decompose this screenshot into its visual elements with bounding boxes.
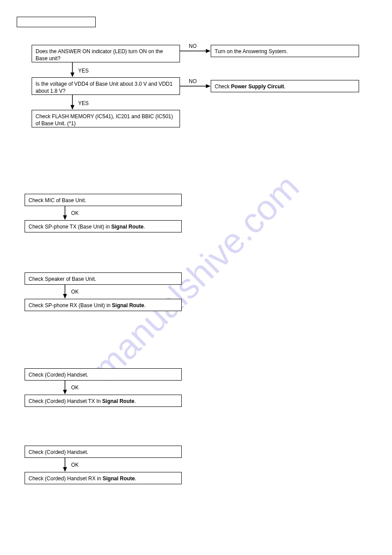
flow5-b-c: . — [135, 475, 136, 482]
flow3-ok-label: OK — [71, 289, 79, 295]
flow2-b-b: Signal Route — [111, 224, 144, 230]
flow1-q1-no-text: Turn on the Answering System. — [215, 48, 288, 54]
flow1-q3: Check FLASH MEMORY (IC541), IC201 and BB… — [32, 110, 180, 127]
flow2-b-a: Check SP-phone TX (Base Unit) in — [29, 224, 111, 230]
flow1-q1-no: Turn on the Answering System. — [211, 45, 359, 57]
flow3-a: Check Speaker of Base Unit. — [25, 272, 182, 285]
flow1-q3-text: Check FLASH MEMORY (IC541), IC201 and BB… — [36, 113, 173, 127]
flow4-b: Check (Corded) Handset TX In Signal Rout… — [25, 395, 182, 407]
flow3-b-b: Signal Route — [112, 302, 144, 308]
flow5-b-a: Check (Corded) Handset RX in — [29, 475, 103, 482]
flow4-a-text: Check (Corded) Handset. — [29, 372, 88, 378]
flow5-a: Check (Corded) Handset. — [25, 446, 182, 458]
flow3-a-text: Check Speaker of Base Unit. — [29, 276, 96, 282]
flow1-q1: Does the ANSWER ON indicator (LED) turn … — [32, 45, 180, 62]
flow4-a: Check (Corded) Handset. — [25, 368, 182, 381]
flow5-a-text: Check (Corded) Handset. — [29, 449, 88, 455]
flow1-no-label-1: NO — [189, 43, 197, 49]
flow4-b-b: Signal Route — [102, 398, 134, 404]
flow1-q1-text: Does the ANSWER ON indicator (LED) turn … — [36, 48, 163, 62]
flow1-yes-label-1: YES — [78, 68, 89, 74]
flow5-b-b: Signal Route — [103, 475, 135, 482]
flow1-yes-label-2: YES — [78, 100, 89, 106]
flow2-b: Check SP-phone TX (Base Unit) in Signal … — [25, 220, 182, 232]
flow4-b-a: Check (Corded) Handset TX In — [29, 398, 102, 404]
flow1-no-label-2: NO — [189, 78, 197, 84]
flow1-q2-text: Is the voltage of VDD4 of Base Unit abou… — [36, 81, 173, 94]
flow4-ok-label: OK — [71, 385, 79, 391]
flow5-b: Check (Corded) Handset RX in Signal Rout… — [25, 472, 182, 484]
flow1-q2-no-b: Power Supply Circuit — [231, 83, 284, 90]
flow3-b: Check SP-phone RX (Base Unit) in Signal … — [25, 299, 182, 311]
flow1-q2: Is the voltage of VDD4 of Base Unit abou… — [32, 77, 180, 95]
flow1-q2-no-a: Check — [215, 83, 231, 90]
flow1-q2-no: Check Power Supply Circuit. — [211, 80, 359, 92]
title-box — [17, 17, 96, 27]
flow2-a: Check MIC of Base Unit. — [25, 194, 182, 206]
flow2-b-c: . — [144, 224, 145, 230]
flow3-b-c: . — [144, 302, 145, 308]
flow3-b-a: Check SP-phone RX (Base Unit) in — [29, 302, 112, 308]
flow5-ok-label: OK — [71, 462, 79, 468]
flow2-ok-label: OK — [71, 210, 79, 216]
flow4-b-c: . — [134, 398, 136, 404]
flow1-q2-no-c: . — [284, 83, 285, 90]
flow2-a-text: Check MIC of Base Unit. — [29, 197, 86, 203]
